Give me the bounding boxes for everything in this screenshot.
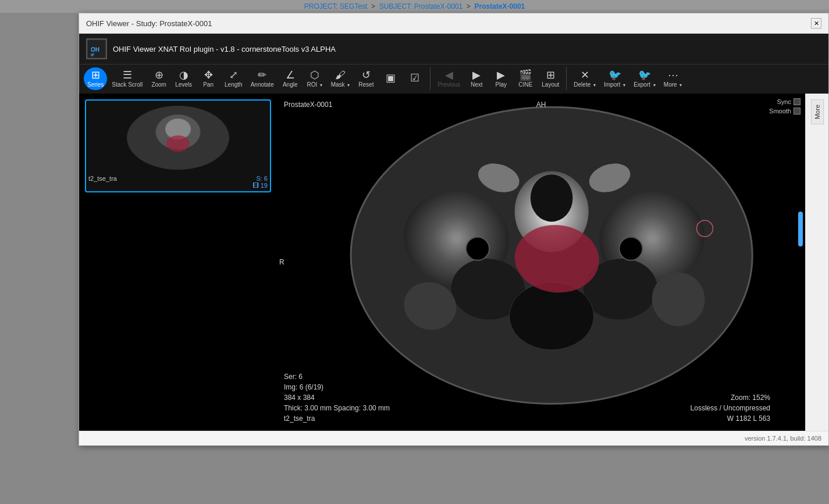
layout-label: Layout (542, 81, 559, 88)
more-button[interactable]: ⋯ More ▾ (660, 67, 686, 90)
smooth-row: Smooth (769, 108, 800, 115)
series-icon: ⊞ (91, 70, 100, 80)
overlay-series-name: t2_tse_tra (284, 413, 390, 424)
import-button[interactable]: 🐦 Import ▾ (600, 67, 629, 90)
app-header: OH IF OHIF Viewer XNAT RoI plugin - v1.8… (79, 34, 828, 64)
zoom-button[interactable]: ⊕ Zoom (147, 67, 170, 90)
more-icon: ⋯ (668, 70, 678, 80)
overlay-zoom: Zoom: 152% (691, 392, 770, 403)
zoom-icon: ⊕ (155, 70, 163, 80)
toolbar-separator-2 (566, 67, 567, 90)
export-label: Export ▾ (634, 81, 656, 88)
annotate-icon: ✏ (258, 70, 266, 80)
content-area: t2_tse_tra S: 6 🎞 19 ProstateX-0001 AH R (79, 94, 828, 431)
previous-icon: ◀ (445, 70, 453, 80)
next-label: Next (471, 81, 483, 88)
next-button[interactable]: ▶ Next (465, 67, 488, 90)
more-sidebar-panel: More (805, 94, 828, 431)
length-label: Length (225, 81, 243, 88)
status-bar: version 1.7.4.1, build: 1408 (79, 431, 828, 445)
overlay-thick-spacing: Thick: 3.00 mm Spacing: 3.00 mm (284, 403, 390, 413)
import-icon: 🐦 (609, 70, 621, 80)
roi-label: ROI ▾ (307, 81, 322, 88)
sync-checkbox[interactable] (794, 98, 800, 105)
zoom-label: Zoom (151, 81, 166, 88)
close-button[interactable]: ✕ (811, 18, 821, 28)
levels-label: Levels (175, 81, 192, 88)
reset-label: Reset (358, 81, 373, 88)
toolbar-separator-1 (430, 67, 430, 90)
levels-button[interactable]: ◑ Levels (172, 67, 195, 90)
overlay-series-num: Ser: 6 (284, 371, 390, 382)
delete-label: Delete ▾ (574, 81, 596, 88)
cine-icon: 🎬 (519, 70, 532, 80)
series-meta-right: S: 6 🎞 19 (252, 175, 268, 189)
export-button[interactable]: 🐦 Export ▾ (630, 67, 659, 90)
breadcrumb-subject[interactable]: SUBJECT: ProstateX-0001 (379, 2, 462, 10)
play-button[interactable]: ▶ Play (489, 67, 513, 90)
check-button[interactable]: ☑ (403, 70, 426, 87)
viewer-panel[interactable]: ProstateX-0001 AH R Ser: 6 Img: 6 (6/19)… (277, 94, 805, 431)
reset-icon: ↺ (362, 70, 371, 80)
annotate-button[interactable]: ✏ Annotate (247, 67, 277, 90)
layout-icon: ⊞ (546, 70, 555, 80)
series-frames: 🎞 19 (252, 182, 268, 189)
svg-text:OH: OH (91, 47, 99, 53)
angle-icon: ∠ (286, 70, 295, 80)
pan-icon: ✥ (204, 70, 213, 80)
sync-smooth-panel: Sync Smooth (769, 98, 800, 115)
angle-button[interactable]: ∠ Angle (279, 67, 302, 90)
series-thumbnail[interactable]: t2_tse_tra S: 6 🎞 19 (85, 99, 271, 192)
mask-label: Mask ▾ (331, 81, 350, 88)
layout-button[interactable]: ⊞ Layout (538, 67, 563, 90)
mask-icon: 🖌 (335, 70, 346, 80)
roi-icon: ⬡ (310, 70, 319, 80)
image-icon: ▣ (386, 73, 396, 83)
play-icon: ▶ (497, 70, 505, 80)
reset-button[interactable]: ↺ Reset (354, 67, 378, 90)
check-icon: ☑ (410, 73, 419, 83)
overlay-wl: W 1182 L 563 (691, 413, 770, 424)
export-icon: 🐦 (638, 70, 651, 80)
series-button[interactable]: ⊞ Series (84, 67, 107, 90)
title-bar: OHIF Viewer - Study: ProstateX-0001 ✕ (79, 13, 828, 34)
play-label: Play (496, 81, 507, 88)
delete-button[interactable]: ✕ Delete ▾ (570, 67, 599, 90)
smooth-checkbox[interactable] (794, 108, 800, 115)
window-title: OHIF Viewer - Study: ProstateX-0001 (86, 19, 212, 28)
series-label: Series (87, 81, 104, 88)
image-button[interactable]: ▣ (379, 70, 402, 87)
app-title-text: OHIF Viewer XNAT RoI plugin - v1.8 - cor… (113, 45, 336, 53)
previous-label: Previous (437, 81, 460, 88)
stack-scroll-icon: ☰ (123, 70, 132, 80)
series-name: t2_tse_tra (88, 175, 117, 182)
breadcrumb: PROJECT: SEGTest > SUBJECT: ProstateX-00… (0, 0, 829, 13)
thumbnail-canvas (88, 103, 268, 173)
overlay-orientation: AH (536, 101, 546, 109)
version-text: version 1.7.4.1, build: 1408 (745, 435, 821, 442)
breadcrumb-project[interactable]: PROJECT: SEGTest (304, 2, 368, 10)
annotate-label: Annotate (251, 81, 274, 88)
main-window: OHIF Viewer - Study: ProstateX-0001 ✕ OH… (79, 13, 829, 446)
pan-button[interactable]: ✥ Pan (197, 67, 220, 90)
cine-button[interactable]: 🎬 CINE (514, 67, 537, 90)
breadcrumb-study[interactable]: ProstateX-0001 (475, 2, 525, 10)
next-icon: ▶ (472, 70, 481, 80)
overlay-study-label: ProstateX-0001 (284, 101, 332, 109)
stack-scroll-button[interactable]: ☰ Stack Scroll (108, 67, 146, 90)
previous-button[interactable]: ◀ Previous (434, 67, 464, 90)
length-button[interactable]: ⤢ Length (221, 67, 246, 90)
overlay-dimensions: 384 x 384 (284, 392, 390, 403)
scroll-handle[interactable] (798, 212, 803, 246)
series-num: S: 6 (252, 175, 268, 182)
mask-button[interactable]: 🖌 Mask ▾ (328, 67, 354, 90)
toolbar: ⊞ Series ☰ Stack Scroll ⊕ Zoom ◑ Levels … (79, 64, 828, 94)
series-info: t2_tse_tra S: 6 🎞 19 (88, 175, 268, 189)
sync-label: Sync (777, 98, 791, 105)
roi-button[interactable]: ⬡ ROI ▾ (303, 67, 326, 90)
series-sidebar: t2_tse_tra S: 6 🎞 19 (79, 94, 277, 431)
app-logo: OH IF (86, 38, 107, 59)
more-side-button[interactable]: More (811, 99, 824, 124)
frames-count: 19 (261, 182, 268, 189)
delete-icon: ✕ (581, 70, 589, 80)
